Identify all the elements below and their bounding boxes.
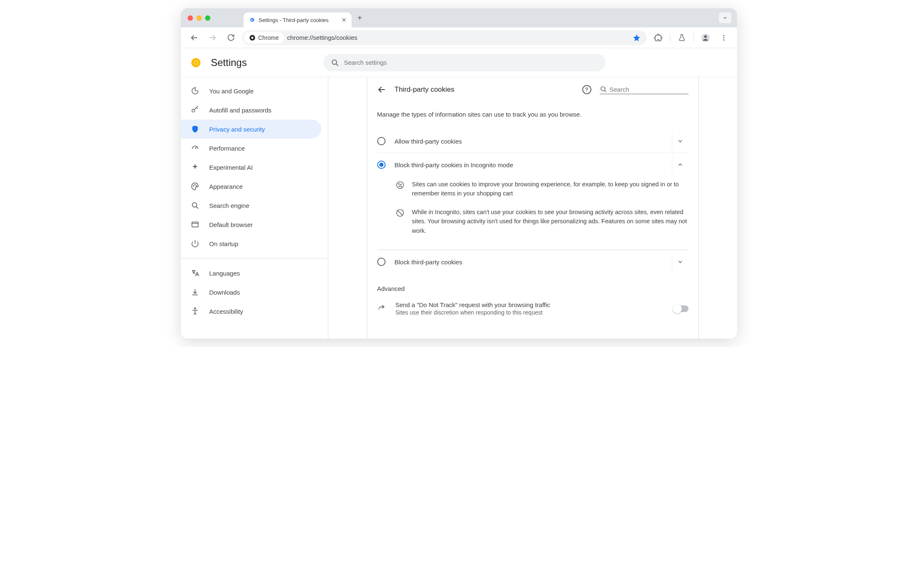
titlebar: Settings - Third-party cookies ✕ +	[181, 8, 737, 27]
forward-button[interactable]	[206, 31, 219, 44]
svg-point-28	[400, 184, 401, 185]
svg-point-30	[400, 186, 401, 187]
info-row: While in Incognito, sites can't use your…	[396, 204, 688, 241]
setting-text: Send a "Do Not Track" request with your …	[396, 301, 664, 316]
sidebar: You and Google Autofill and passwords Pr…	[181, 77, 328, 339]
advanced-label: Advanced	[377, 285, 688, 292]
do-not-track-toggle[interactable]	[674, 305, 688, 312]
divider	[670, 34, 670, 42]
panel-search-input[interactable]	[610, 86, 688, 93]
forward-arrow-icon	[377, 304, 386, 313]
do-not-track-row[interactable]: Send a "Do Not Track" request with your …	[377, 295, 688, 322]
sidebar-item-search-engine[interactable]: Search engine	[181, 196, 321, 215]
omnibox[interactable]: Chrome chrome://settings/cookies	[242, 30, 647, 45]
chevron-down-icon	[677, 138, 684, 144]
divider	[693, 34, 694, 42]
sidebar-item-you-and-google[interactable]: You and Google	[181, 81, 321, 100]
svg-point-8	[723, 39, 725, 40]
omnibox-url: chrome://settings/cookies	[287, 34, 357, 41]
minimize-window-button[interactable]	[196, 15, 202, 21]
svg-point-17	[196, 185, 197, 186]
close-window-button[interactable]	[188, 15, 193, 21]
setting-title: Send a "Do Not Track" request with your …	[396, 301, 664, 308]
setting-subtitle: Sites use their discretion when respondi…	[396, 309, 664, 316]
cookie-icon	[396, 181, 405, 190]
option-block-third-party[interactable]: Block third-party cookies	[377, 250, 688, 273]
back-button[interactable]	[188, 31, 201, 44]
panel-back-button[interactable]	[377, 85, 386, 94]
sidebar-item-label: Default browser	[209, 221, 253, 228]
radio-button[interactable]	[377, 137, 386, 145]
option-block-incognito[interactable]: Block third-party cookies in Incognito m…	[377, 153, 688, 176]
key-icon	[191, 106, 199, 114]
site-chip-label: Chrome	[258, 34, 279, 41]
labs-button[interactable]	[675, 31, 688, 44]
sidebar-item-appearance[interactable]: Appearance	[181, 177, 321, 196]
search-settings-field[interactable]	[323, 54, 605, 71]
browser-tab[interactable]: Settings - Third-party cookies ✕	[244, 12, 352, 27]
sidebar-item-label: Autofill and passwords	[209, 107, 271, 114]
sidebar-item-label: On startup	[209, 240, 238, 247]
accessibility-icon	[191, 307, 199, 315]
sidebar-item-label: Privacy and security	[209, 126, 265, 133]
svg-point-12	[332, 60, 337, 64]
profile-button[interactable]	[699, 31, 712, 44]
sidebar-item-label: Performance	[209, 145, 245, 152]
bookmark-star-icon[interactable]	[632, 34, 641, 42]
expand-button[interactable]	[672, 133, 688, 149]
expand-button[interactable]	[672, 254, 688, 270]
svg-point-22	[194, 308, 195, 309]
sidebar-item-accessibility[interactable]: Accessibility	[181, 302, 321, 321]
new-tab-button[interactable]: +	[357, 13, 362, 23]
sidebar-item-autofill[interactable]: Autofill and passwords	[181, 100, 321, 120]
option-allow-third-party[interactable]: Allow third-party cookies	[377, 129, 688, 153]
reload-button[interactable]	[224, 31, 237, 44]
sidebar-item-default-browser[interactable]: Default browser	[181, 215, 321, 234]
search-settings-input[interactable]	[344, 59, 598, 66]
radio-button[interactable]	[377, 258, 386, 266]
sidebar-item-performance[interactable]: Performance	[181, 139, 321, 158]
svg-point-24	[601, 87, 605, 91]
settings-body: You and Google Autofill and passwords Pr…	[181, 77, 737, 339]
sidebar-item-experimental-ai[interactable]: Experimental AI	[181, 158, 321, 177]
panel-search-field[interactable]	[600, 85, 688, 94]
svg-point-3	[251, 37, 253, 39]
search-icon	[191, 201, 199, 210]
svg-point-29	[399, 186, 400, 187]
menu-button[interactable]	[717, 31, 730, 44]
radio-button[interactable]	[377, 161, 386, 169]
site-chip[interactable]: Chrome	[244, 32, 284, 44]
settings-title: Settings	[211, 57, 247, 68]
tab-overflow-button[interactable]	[719, 12, 731, 23]
maximize-window-button[interactable]	[205, 15, 210, 21]
sidebar-item-label: You and Google	[209, 88, 254, 95]
option-label: Block third-party cookies in Incognito m…	[395, 161, 663, 168]
sidebar-item-on-startup[interactable]: On startup	[181, 234, 321, 253]
option-details: Sites can use cookies to improve your br…	[377, 176, 688, 250]
close-tab-button[interactable]: ✕	[342, 17, 347, 23]
sidebar-item-label: Accessibility	[209, 308, 243, 315]
chevron-up-icon	[677, 161, 684, 168]
panel-title: Third-party cookies	[395, 85, 455, 94]
chevron-down-icon	[677, 259, 684, 265]
panel-header: Third-party cookies ?	[377, 85, 688, 94]
content-area: Third-party cookies ? Manage the types o…	[328, 77, 737, 339]
tab-title: Settings - Third-party cookies	[259, 17, 338, 23]
svg-rect-20	[192, 222, 198, 227]
help-button[interactable]: ?	[582, 85, 591, 94]
search-icon	[331, 59, 339, 67]
svg-line-32	[398, 210, 403, 215]
gear-icon	[249, 17, 255, 23]
sidebar-item-languages[interactable]: Languages	[181, 264, 321, 283]
sidebar-item-privacy[interactable]: Privacy and security	[181, 120, 321, 139]
traffic-lights	[188, 15, 210, 21]
svg-point-6	[723, 35, 725, 36]
settings-header: Settings	[181, 48, 737, 77]
info-text: While in Incognito, sites can't use your…	[412, 207, 688, 235]
svg-point-7	[723, 37, 725, 38]
extensions-button[interactable]	[652, 31, 665, 44]
palette-icon	[191, 182, 199, 190]
sidebar-item-downloads[interactable]: Downloads	[181, 283, 321, 302]
collapse-button[interactable]	[672, 156, 688, 173]
sidebar-item-label: Search engine	[209, 202, 249, 209]
